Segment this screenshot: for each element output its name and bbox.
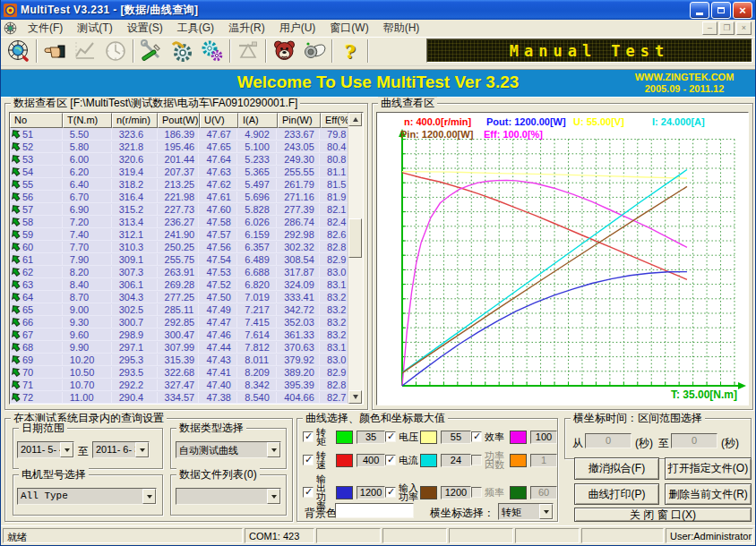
table-row[interactable]: 689.90297.1307.9947.447.812370.6383.1 <box>10 341 348 354</box>
toolbar-web-search-button[interactable] <box>4 38 34 64</box>
voltage-color-swatch[interactable] <box>420 431 437 444</box>
voltage-checkbox[interactable] <box>385 431 396 442</box>
power-factor-color-swatch[interactable] <box>510 454 527 467</box>
table-row[interactable]: 576.90315.2227.7347.605.828277.3982.1 <box>10 203 348 216</box>
toolbar-tools-button[interactable] <box>136 38 167 64</box>
menu-item-4[interactable]: 温升(R) <box>221 19 272 38</box>
table-row[interactable]: 679.60298.9300.4747.467.614361.3383.2 <box>10 328 348 341</box>
motor-model-combo[interactable]: All Type <box>17 488 157 505</box>
table-row[interactable]: 648.70304.3277.2547.507.019333.4183.2 <box>10 291 348 303</box>
efficiency-checkbox[interactable] <box>471 431 482 442</box>
efficiency-color-swatch[interactable] <box>510 431 527 444</box>
torque-max-input[interactable]: 35 <box>357 431 385 444</box>
current-checkbox[interactable] <box>385 455 396 465</box>
menu-item-0[interactable]: 文件(F) <box>21 19 70 38</box>
close-window-button[interactable]: 关 闭 窗 口(X) <box>574 508 752 522</box>
bg-color-box[interactable] <box>335 503 414 518</box>
motor-model-dropdown-button[interactable] <box>142 489 156 504</box>
toolbar-gears-button[interactable] <box>197 38 228 64</box>
current-max-input[interactable]: 24 <box>441 454 471 467</box>
input-power-checkbox[interactable] <box>385 487 396 498</box>
table-row[interactable]: 6910.20295.3315.3947.438.011379.9283.0 <box>10 354 348 366</box>
file-list-combo[interactable] <box>176 488 281 505</box>
mdi-close-button[interactable]: × <box>736 21 752 35</box>
data-type-combo[interactable]: 自动测试曲线 <box>176 441 281 458</box>
output-power-checkbox[interactable] <box>303 487 314 498</box>
input-power-color-swatch[interactable] <box>420 486 437 499</box>
undo-fit-button[interactable]: 撤消拟合(F) <box>574 457 659 480</box>
table-row[interactable]: 566.70316.4221.9847.615.696271.1681.9 <box>10 191 348 203</box>
torque-color-swatch[interactable] <box>336 431 353 444</box>
data-type-dropdown-button[interactable] <box>267 442 280 457</box>
current-color-swatch[interactable] <box>420 454 437 467</box>
menu-item-2[interactable]: 设置(S) <box>120 19 170 38</box>
table-row[interactable]: 617.90309.1255.7547.546.489308.5482.9 <box>10 253 348 266</box>
table-scrollbar[interactable] <box>348 113 363 404</box>
x-axis-dropdown-button[interactable] <box>539 504 553 519</box>
mdi-minimize-button[interactable]: – <box>702 21 717 35</box>
table-row[interactable]: 546.20319.4207.3747.635.365255.5581.1 <box>10 166 348 178</box>
voltage-max-input[interactable]: 55 <box>441 431 471 444</box>
table-row[interactable]: 587.20313.4236.2747.586.026286.7482.4 <box>10 216 348 228</box>
toolbar-horn-button[interactable] <box>299 38 330 64</box>
table-row[interactable]: 556.40318.2213.2547.625.497261.7981.5 <box>10 178 348 191</box>
menu-item-3[interactable]: 工具(G) <box>170 19 221 38</box>
table-row[interactable]: 515.50323.6186.3947.674.902233.6779.8 <box>10 128 348 141</box>
table-row[interactable]: 597.40312.1241.9047.576.159292.9882.6 <box>10 228 348 241</box>
column-header-5[interactable]: I(A) <box>238 113 278 128</box>
column-header-3[interactable]: Pout(W) <box>158 113 200 128</box>
table-row[interactable]: 628.20307.3263.9147.536.688317.8783.0 <box>10 266 348 278</box>
input-power-max-input[interactable]: 1200 <box>441 486 471 499</box>
menu-item-7[interactable]: 帮助(H) <box>376 19 427 38</box>
toolbar-help-button[interactable]: ? <box>335 38 365 64</box>
speed-color-swatch[interactable] <box>336 454 353 467</box>
toolbar-gear-wrench-button[interactable] <box>167 38 197 64</box>
table-row[interactable]: 7110.70292.2327.4747.408.342395.3982.8 <box>10 379 348 391</box>
date-to-combo[interactable]: 2011- 6- 3 <box>92 441 150 458</box>
minimize-button[interactable] <box>690 2 709 19</box>
table-row[interactable]: 607.70310.3250.2547.566.357302.3282.8 <box>10 241 348 253</box>
scroll-down-button[interactable] <box>348 390 362 404</box>
column-header-4[interactable]: U(V) <box>200 113 238 128</box>
column-header-7[interactable]: Eff(%) <box>321 113 349 128</box>
torque-checkbox[interactable] <box>303 431 314 442</box>
print-curve-button[interactable]: 曲线打印(P) <box>574 483 659 505</box>
table-row[interactable]: 669.30300.7292.8547.477.415352.0383.2 <box>10 316 348 328</box>
menu-item-1[interactable]: 测试(T) <box>70 19 119 38</box>
table-row[interactable]: 659.00302.5285.1147.497.217342.7283.2 <box>10 303 348 316</box>
table-row[interactable]: 525.80321.8195.4647.655.100243.0580.4 <box>10 141 348 153</box>
date-to-dropdown-button[interactable] <box>135 442 149 457</box>
toolbar-pointer-hand-button[interactable] <box>39 38 70 64</box>
speed-checkbox[interactable] <box>303 455 314 465</box>
mdi-restore-button[interactable]: ❐ <box>719 21 735 35</box>
output-power-color-swatch[interactable] <box>336 486 353 499</box>
output-power-max-input[interactable]: 1200 <box>357 486 385 499</box>
column-header-6[interactable]: Pin(W) <box>278 113 321 128</box>
table-row[interactable]: 536.00320.6201.4447.645.233249.3080.8 <box>10 153 348 166</box>
close-button[interactable]: × <box>733 2 752 19</box>
column-header-2[interactable]: n(r/min) <box>112 113 158 128</box>
date-from-combo[interactable]: 2011- 5- 4 <box>17 441 74 458</box>
table-row[interactable]: 638.40306.1269.2847.526.820324.0983.1 <box>10 278 348 291</box>
column-header-1[interactable]: T(N.m) <box>63 113 112 128</box>
scroll-thumb[interactable] <box>348 218 362 258</box>
speed-max-input[interactable]: 400 <box>357 454 385 467</box>
menu-item-5[interactable]: 用户(U) <box>272 19 323 38</box>
table-row[interactable]: 7211.00290.4334.5747.388.540404.6682.7 <box>10 391 348 404</box>
open-file-button[interactable]: 打开指定文件(O) <box>665 457 752 480</box>
x-axis-select-combo[interactable]: 转矩 <box>498 503 554 520</box>
column-header-0[interactable]: No <box>10 113 63 128</box>
date-from-dropdown-button[interactable] <box>60 442 73 457</box>
table-row[interactable]: 7010.50293.5322.6847.418.209389.2082.9 <box>10 366 348 379</box>
menu-item-6[interactable]: 窗口(W) <box>322 19 375 38</box>
chevron-down-icon <box>64 448 70 455</box>
scroll-up-button[interactable] <box>348 113 362 126</box>
mdi-system-web-icon[interactable] <box>4 21 17 35</box>
restore-button[interactable] <box>711 2 731 19</box>
delete-file-button[interactable]: 删除当前文件(R) <box>665 483 752 505</box>
frequency-color-swatch[interactable] <box>510 486 527 499</box>
efficiency-max-input[interactable]: 100 <box>530 431 557 444</box>
toolbar-bear-button[interactable] <box>269 38 299 64</box>
chart-plot <box>377 113 748 405</box>
file-list-dropdown-button[interactable] <box>267 489 280 504</box>
